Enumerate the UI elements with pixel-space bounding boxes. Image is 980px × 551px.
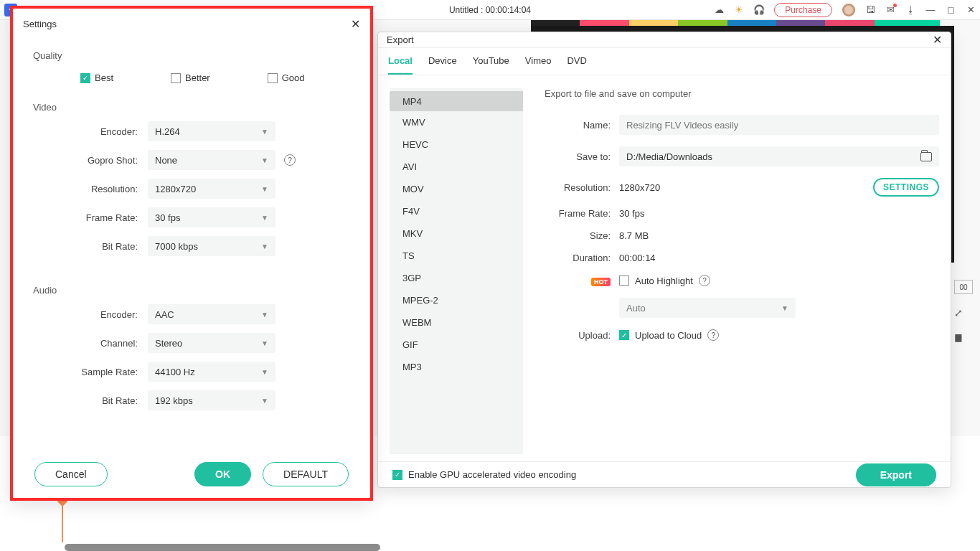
video-row: Encoder:H.264▼ [13, 117, 370, 146]
chevron-down-icon: ▼ [261, 339, 268, 347]
help-icon[interactable]: ? [284, 154, 296, 166]
help-icon[interactable]: ? [707, 329, 719, 341]
settings-button[interactable]: SETTINGS [873, 178, 939, 197]
duration-label: Duration: [545, 253, 619, 263]
video-label: Encoder: [33, 126, 148, 137]
headset-icon[interactable]: 🎧 [754, 5, 764, 15]
timecode-counter[interactable]: 00 [954, 280, 973, 294]
maximize-icon[interactable]: ◻ [946, 5, 956, 15]
save-icon[interactable]: 🖫 [865, 5, 875, 15]
mail-icon[interactable]: ✉ [885, 5, 895, 15]
help-icon[interactable]: ? [699, 275, 710, 286]
sun-icon[interactable]: ☀ [734, 5, 744, 15]
export-close-icon[interactable]: ✕ [933, 33, 942, 47]
export-button[interactable]: Export [856, 463, 936, 486]
resolution-label: Resolution: [545, 182, 619, 193]
format-wmv[interactable]: WMV [390, 111, 523, 133]
timeline-scrollbar[interactable] [65, 544, 380, 551]
audio-select[interactable]: Stereo▼ [148, 333, 275, 353]
format-3gp[interactable]: 3GP [390, 267, 523, 289]
tab-dvd[interactable]: DVD [567, 55, 586, 75]
audio-label: Channel: [33, 338, 148, 349]
upload-label: Upload: [545, 330, 619, 341]
name-label: Name: [545, 120, 619, 131]
cloud-icon[interactable]: ☁ [714, 5, 724, 15]
video-value: None [155, 155, 177, 166]
video-row: Frame Rate:30 fps▼ [13, 203, 370, 232]
format-gif[interactable]: GIF [390, 334, 523, 356]
format-list: MP4WMVHEVCAVIMOVF4VMKVTS3GPMPEG-2WEBMGIF… [390, 88, 523, 454]
tab-device[interactable]: Device [428, 55, 457, 75]
audio-row: Encoder:AAC▼ [13, 300, 370, 329]
quality-checkbox[interactable] [80, 73, 90, 83]
autohighlight-select[interactable]: Auto▼ [619, 298, 796, 318]
ok-button[interactable]: OK [194, 462, 251, 486]
quality-best[interactable]: Best [80, 72, 113, 83]
framerate-value: 30 fps [619, 208, 644, 219]
chevron-down-icon: ▼ [261, 397, 268, 405]
format-mp3[interactable]: MP3 [390, 356, 523, 378]
framerate-label: Frame Rate: [545, 208, 619, 219]
chevron-down-icon: ▼ [781, 304, 788, 312]
format-webm[interactable]: WEBM [390, 311, 523, 334]
quality-good[interactable]: Good [268, 72, 305, 83]
tab-local[interactable]: Local [388, 55, 413, 75]
name-input[interactable]: Resizing FLV Videos easily [619, 115, 939, 135]
close-window-icon[interactable]: ✕ [966, 5, 976, 15]
format-mp4[interactable]: MP4 [390, 91, 523, 111]
default-button[interactable]: DEFAULT [263, 462, 349, 486]
quality-label: Good [282, 72, 305, 83]
audio-label: Sample Rate: [33, 367, 148, 377]
playhead-marker[interactable] [62, 502, 63, 542]
audio-row: Channel:Stereo▼ [13, 329, 370, 357]
quality-options: BestBetterGood [13, 65, 370, 90]
audio-row: Bit Rate:192 kbps▼ [13, 386, 370, 415]
format-avi[interactable]: AVI [390, 156, 523, 178]
export-hint: Export to file and save on computer [545, 88, 939, 99]
format-hevc[interactable]: HEVC [390, 133, 523, 156]
video-label: Resolution: [33, 184, 148, 194]
settings-dialog: Settings ✕ Quality BestBetterGood Video … [10, 6, 373, 501]
format-mpeg-2[interactable]: MPEG-2 [390, 289, 523, 311]
saveto-label: Save to: [545, 151, 619, 162]
format-ts[interactable]: TS [390, 245, 523, 267]
gpu-checkbox[interactable] [392, 470, 402, 480]
stack-icon[interactable]: ▮▮ [954, 331, 973, 343]
audio-row: Sample Rate:44100 Hz▼ [13, 357, 370, 386]
cancel-button[interactable]: Cancel [34, 462, 108, 486]
audio-value: 192 kbps [155, 395, 193, 406]
video-select[interactable]: 7000 kbps▼ [148, 236, 275, 256]
autohighlight-checkbox[interactable] [619, 276, 629, 286]
upload-checkbox[interactable] [619, 330, 629, 340]
format-mov[interactable]: MOV [390, 178, 523, 200]
video-select[interactable]: None▼ [148, 150, 275, 170]
folder-icon[interactable] [920, 152, 932, 161]
media-thumbnail-strip [531, 20, 940, 26]
expand-icon[interactable]: ⤢ [954, 307, 973, 319]
tab-vimeo[interactable]: Vimeo [525, 55, 552, 75]
settings-close-icon[interactable]: ✕ [351, 17, 360, 31]
video-select[interactable]: H.264▼ [148, 121, 275, 141]
quality-checkbox[interactable] [268, 73, 278, 83]
saveto-input[interactable]: D:/Media/Downloads [619, 146, 939, 166]
quality-better[interactable]: Better [171, 72, 210, 83]
audio-value: Stereo [155, 338, 182, 349]
format-mkv[interactable]: MKV [390, 222, 523, 245]
video-select[interactable]: 30 fps▼ [148, 207, 275, 227]
purchase-button[interactable]: Purchase [774, 3, 832, 17]
video-label: Gopro Shot: [33, 155, 148, 166]
chevron-down-icon: ▼ [261, 156, 268, 164]
audio-select[interactable]: AAC▼ [148, 304, 275, 324]
download-icon[interactable]: ⭳ [905, 5, 915, 15]
tab-youtube[interactable]: YouTube [473, 55, 509, 75]
quality-checkbox[interactable] [171, 73, 181, 83]
video-select[interactable]: 1280x720▼ [148, 179, 275, 199]
video-value: 1280x720 [155, 184, 196, 194]
audio-select[interactable]: 192 kbps▼ [148, 390, 275, 410]
video-section: Video [13, 90, 370, 117]
format-f4v[interactable]: F4V [390, 200, 523, 222]
audio-select[interactable]: 44100 Hz▼ [148, 362, 275, 382]
minimize-icon[interactable]: — [925, 5, 936, 15]
avatar[interactable] [842, 4, 855, 17]
quality-section: Quality [13, 39, 370, 65]
